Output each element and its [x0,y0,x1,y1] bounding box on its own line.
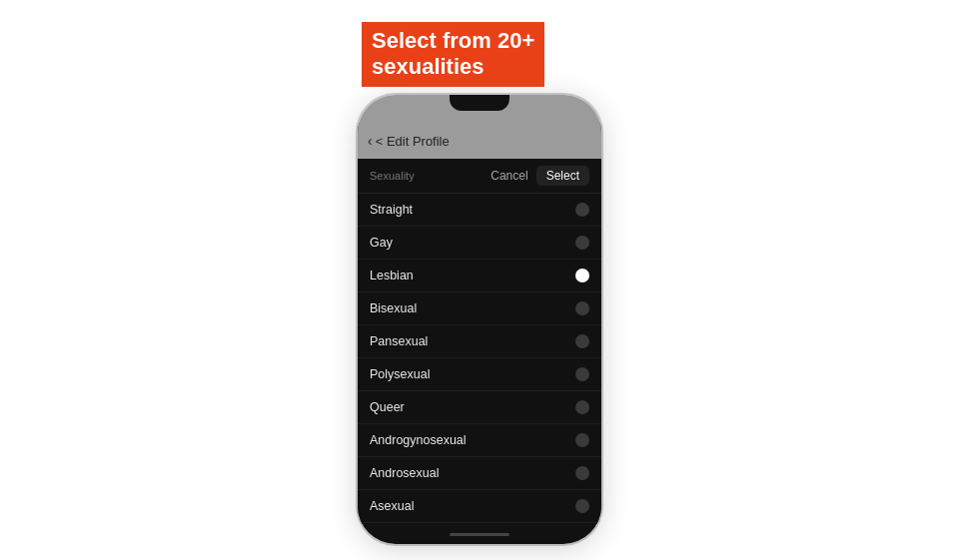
item-label: Asexual [370,499,414,513]
select-button[interactable]: Select [536,166,589,186]
radio-dot[interactable] [575,334,589,348]
nav-title: < Edit Profile [376,134,450,149]
list-item[interactable]: Bisexual [358,292,601,325]
list-item[interactable]: Pansexual [358,325,601,358]
list-item[interactable]: Lesbian [358,260,601,292]
radio-dot[interactable] [575,400,589,414]
radio-dot[interactable] [575,466,589,480]
list-item[interactable]: Queer [358,391,601,424]
page-wrapper: Select from 20+ sexualities ‹ < Edit Pro… [0,0,959,560]
phone-bottom-bar [358,524,601,544]
item-label: Lesbian [370,269,414,282]
nav-bar: ‹ < Edit Profile [358,123,601,159]
headline-box: Select from 20+ sexualities [362,22,544,87]
item-label: Pansexual [370,334,428,348]
list-item[interactable]: Gay [358,227,601,260]
radio-dot[interactable] [575,269,589,282]
list-item[interactable]: Androgynosexual [358,424,601,457]
item-label: Polysexual [370,367,430,381]
radio-dot[interactable] [575,433,589,447]
radio-dot[interactable] [575,203,589,217]
list-container: StraightGayLesbianBisexualPansexualPolys… [358,194,601,524]
radio-dot[interactable] [575,367,589,381]
back-icon: ‹ [368,133,373,149]
phone-screen: ‹ < Edit Profile Sexuality Cancel Select… [358,123,601,524]
radio-dot[interactable] [575,236,589,250]
headline-line2: sexualities [372,54,534,80]
home-indicator [450,533,509,536]
list-item[interactable]: Androsexual [358,457,601,490]
radio-dot[interactable] [575,301,589,315]
cancel-button[interactable]: Cancel [490,169,527,183]
item-label: Androgynosexual [370,433,467,447]
section-label: Sexuality [370,170,415,182]
radio-dot[interactable] [575,499,589,513]
phone-top-bar [358,95,601,123]
section-header: Sexuality Cancel Select [358,159,601,194]
back-button[interactable]: ‹ < Edit Profile [368,133,450,149]
item-label: Gay [370,236,393,250]
headline-line1: Select from 20+ [372,28,534,54]
item-label: Bisexual [370,301,417,315]
item-label: Straight [370,203,413,217]
list-item[interactable]: Polysexual [358,358,601,391]
list-item[interactable]: Asexual [358,490,601,523]
list-item[interactable]: Straight [358,194,601,227]
item-label: Androsexual [370,466,440,480]
notch [450,95,509,111]
header-actions: Cancel Select [490,166,589,186]
item-label: Queer [370,400,405,414]
phone-shell: ‹ < Edit Profile Sexuality Cancel Select… [358,95,601,544]
